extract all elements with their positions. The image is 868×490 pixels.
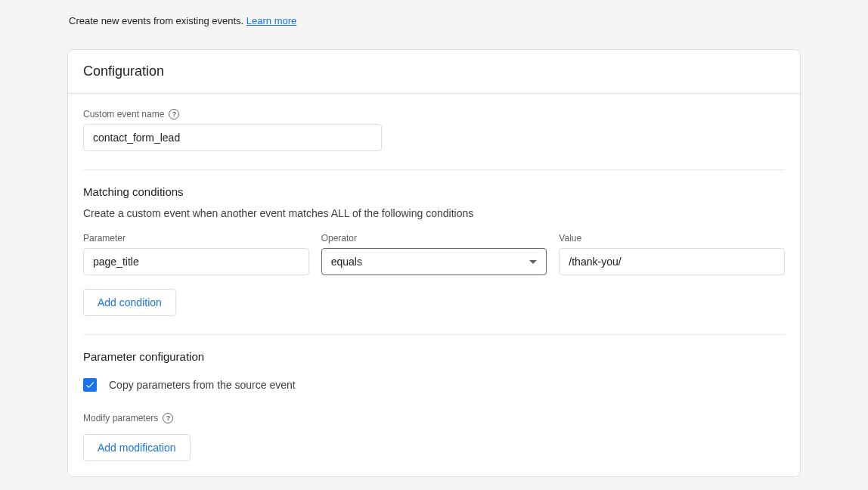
operator-select[interactable]: equals <box>321 248 547 275</box>
check-icon <box>85 380 95 390</box>
chevron-down-icon <box>529 260 537 264</box>
value-input[interactable] <box>559 248 785 275</box>
event-name-label: Custom event name <box>83 109 164 119</box>
value-label: Value <box>559 233 785 243</box>
learn-more-link[interactable]: Learn more <box>246 15 296 26</box>
modify-params-label-row: Modify parameters ? <box>83 413 785 423</box>
modify-params-label: Modify parameters <box>83 413 158 423</box>
card-header: Configuration <box>68 50 800 94</box>
configuration-card: Configuration Custom event name ? Matchi… <box>67 49 801 477</box>
parameter-label: Parameter <box>83 233 309 243</box>
card-title: Configuration <box>83 64 785 79</box>
help-icon[interactable]: ? <box>169 109 179 119</box>
help-icon[interactable]: ? <box>163 413 173 423</box>
event-name-label-row: Custom event name ? <box>83 109 785 119</box>
operator-label: Operator <box>321 233 547 243</box>
copy-params-label: Copy parameters from the source event <box>109 379 296 391</box>
add-modification-button[interactable]: Add modification <box>83 434 191 461</box>
copy-params-checkbox[interactable] <box>83 378 97 392</box>
parameter-col: Parameter <box>83 233 309 275</box>
condition-row: Parameter Operator equals Value <box>83 233 785 275</box>
matching-conditions-title: Matching conditions <box>83 185 785 198</box>
matching-conditions-desc: Create a custom event when another event… <box>83 207 785 219</box>
divider <box>83 334 785 335</box>
intro-text: Create new events from existing events. … <box>67 15 801 26</box>
parameter-input[interactable] <box>83 248 309 275</box>
operator-col: Operator equals <box>321 233 547 275</box>
event-name-input[interactable] <box>83 124 382 151</box>
parameter-config-title: Parameter configuration <box>83 350 785 363</box>
intro-description: Create new events from existing events. <box>69 15 246 26</box>
operator-value: equals <box>331 256 530 268</box>
copy-params-row: Copy parameters from the source event <box>83 378 785 392</box>
divider <box>83 169 785 170</box>
add-condition-button[interactable]: Add condition <box>83 289 176 316</box>
value-col: Value <box>559 233 785 275</box>
